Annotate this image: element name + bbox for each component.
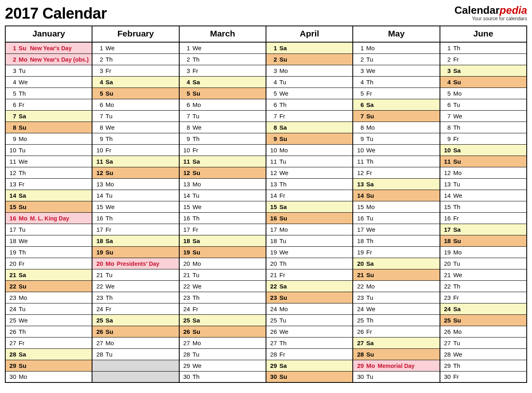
day-cell: 25Tu	[266, 314, 353, 326]
day-number: 2	[269, 56, 277, 63]
day-number: 15	[269, 203, 277, 210]
day-number: 19	[8, 249, 16, 256]
day-number: 9	[182, 135, 190, 142]
day-of-week: Mo	[366, 45, 377, 51]
day-of-week: Mo	[105, 181, 116, 188]
day-number: 25	[95, 317, 103, 324]
day-of-week: Th	[366, 317, 377, 324]
day-cell: 11Su	[440, 156, 527, 167]
day-of-week: We	[366, 67, 377, 74]
day-of-week: Tu	[453, 260, 464, 267]
day-of-week: Th	[366, 237, 377, 244]
calendar-row: 19Th19Su19Su19We19Fr19Mo	[5, 246, 527, 258]
day-cell: 15Th	[440, 201, 527, 212]
day-of-week: Sa	[193, 317, 203, 324]
day-cell: 14We	[440, 190, 527, 201]
day-number: 9	[356, 135, 364, 142]
day-number: 20	[443, 260, 451, 267]
day-number: 26	[269, 328, 277, 335]
day-cell: 1We	[92, 42, 179, 53]
day-number: 12	[443, 169, 451, 176]
day-cell: 4Sa	[92, 76, 179, 88]
day-cell: 24Sa	[440, 303, 527, 314]
day-of-week: We	[105, 124, 116, 131]
calendar-row: 11We11Sa11Sa11Tu11Th11Su	[5, 156, 527, 167]
day-cell: 27Sa	[353, 337, 440, 348]
day-cell: 15Sa	[266, 201, 353, 212]
day-cell: 25Sa	[92, 314, 179, 326]
day-of-week: Mo	[279, 305, 290, 312]
day-cell: 13Fr	[5, 178, 92, 190]
day-number: 21	[95, 271, 103, 278]
day-of-week: Tu	[279, 317, 290, 324]
day-cell: 10Sa	[440, 144, 527, 156]
calendar-row: 9Mo9Th9Th9Su9Tu9Fr	[5, 133, 527, 144]
day-number: 29	[8, 362, 16, 369]
calendar-row: 13Fr13Mo13Mo13Th13Sa13Tu	[5, 178, 527, 190]
day-number: 5	[356, 90, 364, 97]
day-cell: 23Su	[266, 292, 353, 303]
day-cell: 9Mo	[5, 133, 92, 144]
day-number: 27	[8, 340, 16, 346]
calendar-row: 2MoNew Year's Day (obs.)2Th2Th2Su2Tu2Fr	[5, 53, 527, 65]
day-cell: 27Tu	[440, 337, 527, 348]
day-cell: 3Fr	[92, 65, 179, 76]
day-cell: 20Fr	[5, 258, 92, 269]
day-cell: 29We	[179, 360, 266, 371]
day-number: 29	[269, 362, 277, 369]
day-number: 11	[269, 158, 277, 165]
day-cell: 7Fr	[266, 110, 353, 122]
day-number: 15	[8, 203, 16, 210]
day-of-week: Tu	[105, 192, 116, 199]
holiday-label: New Year's Day (obs.)	[30, 56, 89, 63]
day-cell: 10Fr	[179, 144, 266, 156]
calendar-row: 28Sa28Tu28Tu28Fr28Su28We	[5, 348, 527, 360]
month-header: March	[179, 26, 266, 42]
day-number: 3	[182, 67, 190, 74]
day-number: 6	[356, 101, 364, 108]
day-of-week: Th	[366, 79, 377, 85]
day-of-week: Sa	[105, 158, 116, 165]
day-cell: 28Su	[353, 348, 440, 360]
day-cell: 25Sa	[179, 314, 266, 326]
page-title: 2017 Calendar	[5, 5, 107, 22]
day-number: 24	[443, 305, 451, 312]
day-of-week: Su	[279, 215, 290, 222]
calendar-row: 26Th26Su26Su26We26Fr26Mo	[5, 326, 527, 337]
day-of-week: Th	[453, 283, 464, 290]
day-of-week: Sa	[279, 124, 290, 131]
day-cell: 19Su	[179, 246, 266, 258]
day-of-week: Th	[105, 215, 116, 222]
day-cell: 18Tu	[266, 235, 353, 246]
day-cell: 28We	[440, 348, 527, 360]
day-cell: 9Th	[179, 133, 266, 144]
day-of-week: Th	[19, 90, 29, 97]
day-of-week: Su	[279, 294, 290, 301]
day-number: 7	[356, 113, 364, 120]
day-number: 9	[95, 135, 103, 142]
day-cell: 12We	[266, 167, 353, 178]
day-number: 30	[269, 373, 277, 380]
day-of-week: Mo	[366, 283, 377, 290]
day-cell: 26Su	[179, 326, 266, 337]
day-cell: 13Mo	[179, 178, 266, 190]
day-number: 4	[8, 79, 16, 85]
day-of-week: Su	[105, 249, 116, 256]
day-cell: 22Su	[5, 280, 92, 292]
day-cell: 17Tu	[5, 224, 92, 235]
day-of-week: Su	[193, 169, 203, 176]
calendar-row: 24Tu24Fr24Fr24Mo24We24Sa	[5, 303, 527, 314]
day-number: 15	[443, 203, 451, 210]
day-cell: 7We	[440, 110, 527, 122]
day-number: 18	[269, 237, 277, 244]
day-of-week: Th	[453, 203, 464, 210]
day-number: 27	[269, 340, 277, 346]
day-number: 12	[182, 169, 190, 176]
day-cell: 17Fr	[92, 224, 179, 235]
day-cell: 23Fr	[440, 292, 527, 303]
day-number: 18	[95, 237, 103, 244]
day-number: 7	[443, 113, 451, 120]
day-cell: 14Tu	[92, 190, 179, 201]
day-cell: 22We	[179, 280, 266, 292]
day-number: 12	[356, 169, 364, 176]
